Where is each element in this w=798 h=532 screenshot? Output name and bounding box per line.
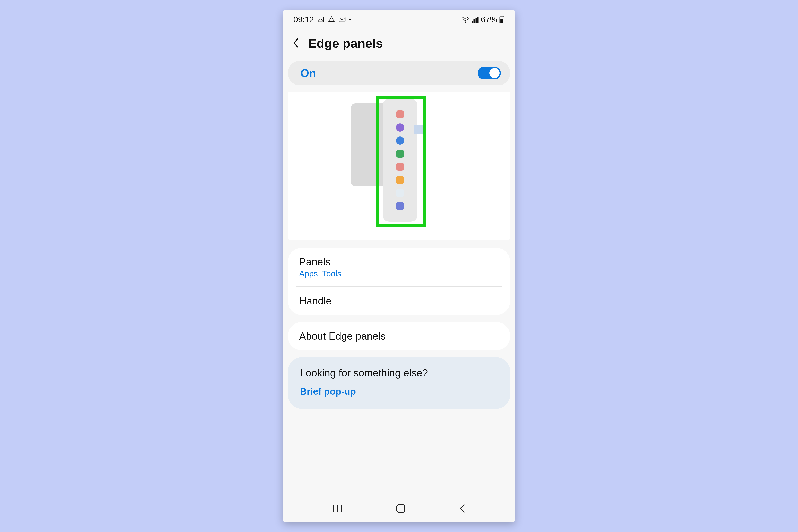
svg-point-3: [465, 22, 466, 22]
svg-rect-7: [477, 17, 478, 22]
image-icon: [317, 16, 324, 23]
system-nav-bar: [283, 495, 515, 522]
panels-row[interactable]: Panels Apps, Tools: [288, 248, 510, 286]
svg-rect-5: [474, 19, 475, 22]
battery-icon: [499, 16, 505, 23]
preview-app-dot: [396, 110, 404, 118]
toggle-knob: [490, 68, 500, 78]
about-row-title: About Edge panels: [299, 330, 499, 342]
page-title: Edge panels: [308, 36, 383, 51]
preview-card: [288, 92, 510, 240]
svg-rect-6: [475, 18, 477, 22]
status-time: 09:12: [293, 15, 314, 24]
preview-app-dot: [396, 202, 404, 210]
toggle-label: On: [300, 66, 316, 80]
nav-recents-button[interactable]: [332, 504, 343, 513]
settings-list-2: About Edge panels: [288, 322, 510, 350]
settings-list-1: Panels Apps, Tools Handle: [288, 248, 510, 315]
preview-handle-indicator: [414, 125, 426, 134]
signal-icon: [471, 16, 479, 22]
preview-app-dot: [396, 163, 404, 171]
status-bar: 09:12 67%: [283, 10, 515, 28]
svg-rect-4: [472, 21, 473, 22]
status-battery-text: 67%: [481, 15, 497, 24]
status-right: 67%: [461, 15, 505, 24]
wifi-icon: [461, 16, 469, 22]
master-toggle-row[interactable]: On: [288, 61, 510, 85]
suggestions-link[interactable]: Brief pop-up: [300, 386, 498, 397]
preview-panel-tray[interactable]: [383, 99, 417, 222]
preview-app-dot: [396, 124, 404, 132]
svg-rect-14: [397, 505, 405, 513]
preview-app-dot: [396, 189, 404, 197]
preview-app-dot: [396, 136, 404, 145]
toggle-switch[interactable]: [478, 67, 501, 79]
svg-rect-10: [501, 16, 503, 16]
preview-app-dot: [396, 150, 404, 158]
suggestions-card: Looking for something else? Brief pop-up: [288, 357, 510, 409]
back-button[interactable]: [292, 37, 300, 50]
suggestions-title: Looking for something else?: [300, 367, 498, 379]
handle-row-title: Handle: [299, 295, 499, 307]
handle-row[interactable]: Handle: [288, 287, 510, 315]
phone-frame: 09:12 67%: [283, 10, 515, 522]
panels-row-subtitle: Apps, Tools: [299, 269, 499, 278]
svg-rect-1: [339, 17, 345, 22]
nav-home-button[interactable]: [395, 503, 406, 514]
preview-wrap: [342, 98, 456, 227]
page-header: Edge panels: [283, 28, 515, 61]
svg-point-2: [349, 19, 351, 20]
svg-rect-0: [318, 17, 324, 22]
gmail-icon: [338, 16, 346, 22]
nav-back-button[interactable]: [458, 504, 466, 513]
panels-row-title: Panels: [299, 256, 499, 268]
drive-icon: [328, 16, 335, 23]
status-left: 09:12: [293, 15, 351, 24]
svg-rect-9: [500, 19, 504, 23]
about-row[interactable]: About Edge panels: [288, 322, 510, 350]
more-dot-icon: [349, 18, 351, 20]
preview-app-dot: [396, 176, 404, 184]
